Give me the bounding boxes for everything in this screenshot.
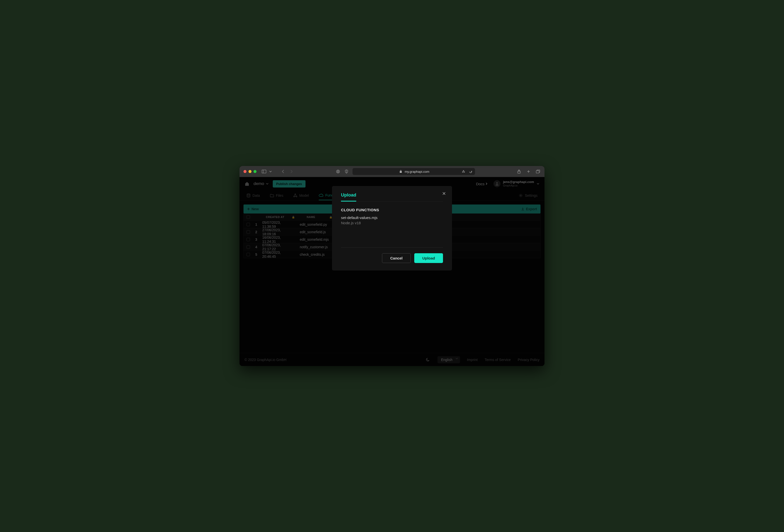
svg-rect-0 <box>262 170 266 173</box>
minimize-window-button[interactable] <box>249 170 252 173</box>
address-bar-actions: ⁂ <box>461 169 473 174</box>
shield-icon[interactable] <box>336 169 340 174</box>
close-icon[interactable] <box>442 192 446 196</box>
svg-point-2 <box>336 170 340 173</box>
url-text: my.graphapi.com <box>405 170 429 173</box>
translate-icon[interactable]: ⁂ <box>461 169 466 174</box>
sidebar-icon[interactable] <box>261 169 267 174</box>
close-window-button[interactable] <box>244 170 247 173</box>
upload-runtime: Node.js v18 <box>341 221 443 225</box>
chevron-down-icon[interactable] <box>268 169 273 174</box>
modal-heading: CLOUD FUNCTIONS <box>341 208 443 212</box>
browser-window: my.graphapi.com ⁂ <box>240 166 544 366</box>
window-controls <box>244 170 256 173</box>
sidebar-toggle-group <box>261 169 273 174</box>
maximize-window-button[interactable] <box>253 170 256 173</box>
address-bar[interactable]: my.graphapi.com ⁂ <box>353 168 475 175</box>
new-tab-icon[interactable] <box>526 169 531 174</box>
forward-button[interactable] <box>289 169 294 174</box>
upload-modal: Upload CLOUD FUNCTIONS set-default-value… <box>332 186 452 271</box>
tabs-icon[interactable] <box>535 169 540 174</box>
modal-overlay[interactable]: Upload CLOUD FUNCTIONS set-default-value… <box>240 177 544 366</box>
lock-icon <box>398 169 403 174</box>
upload-button[interactable]: Upload <box>414 253 443 263</box>
modal-tabs: Upload <box>341 193 443 202</box>
reload-icon[interactable] <box>468 169 473 174</box>
share-icon[interactable] <box>516 169 522 174</box>
address-area: my.graphapi.com ⁂ <box>297 168 513 175</box>
titlebar-right <box>516 169 540 174</box>
modal-actions: Cancel Upload <box>341 253 443 263</box>
svg-rect-6 <box>536 171 539 173</box>
navigation-arrows <box>280 169 294 174</box>
privacy-icon[interactable] <box>344 169 349 174</box>
svg-rect-3 <box>400 171 402 173</box>
upload-filename: set-default-values.mjs <box>341 216 443 220</box>
modal-tab-upload[interactable]: Upload <box>341 193 356 201</box>
cancel-button[interactable]: Cancel <box>382 253 411 263</box>
back-button[interactable] <box>280 169 285 174</box>
browser-titlebar: my.graphapi.com ⁂ <box>240 166 544 177</box>
